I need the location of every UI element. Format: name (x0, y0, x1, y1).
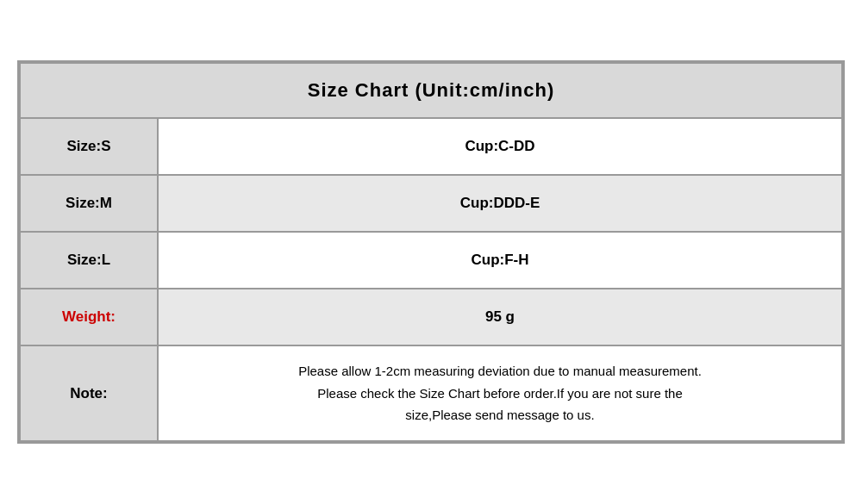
table-row: Size:MCup:DDD-E (20, 175, 842, 232)
chart-title: Size Chart (Unit:cm/inch) (20, 63, 842, 118)
note-label: Note: (20, 345, 158, 441)
row-value: Cup:F-H (158, 232, 842, 289)
size-chart: Size Chart (Unit:cm/inch) Size:SCup:C-DD… (17, 60, 845, 444)
row-label: Size:L (20, 232, 158, 289)
note-content: Please allow 1-2cm measuring deviation d… (158, 345, 842, 441)
row-label: Weight: (20, 289, 158, 345)
table-row: Size:LCup:F-H (20, 232, 842, 289)
chart-header: Size Chart (Unit:cm/inch) (20, 63, 842, 118)
table-row: Weight:95 g (20, 289, 842, 345)
row-value: Cup:C-DD (158, 118, 842, 175)
row-label: Size:S (20, 118, 158, 175)
row-value: 95 g (158, 289, 842, 345)
note-row: Note:Please allow 1-2cm measuring deviat… (20, 345, 842, 441)
row-value: Cup:DDD-E (158, 175, 842, 232)
table-row: Size:SCup:C-DD (20, 118, 842, 175)
row-label: Size:M (20, 175, 158, 232)
